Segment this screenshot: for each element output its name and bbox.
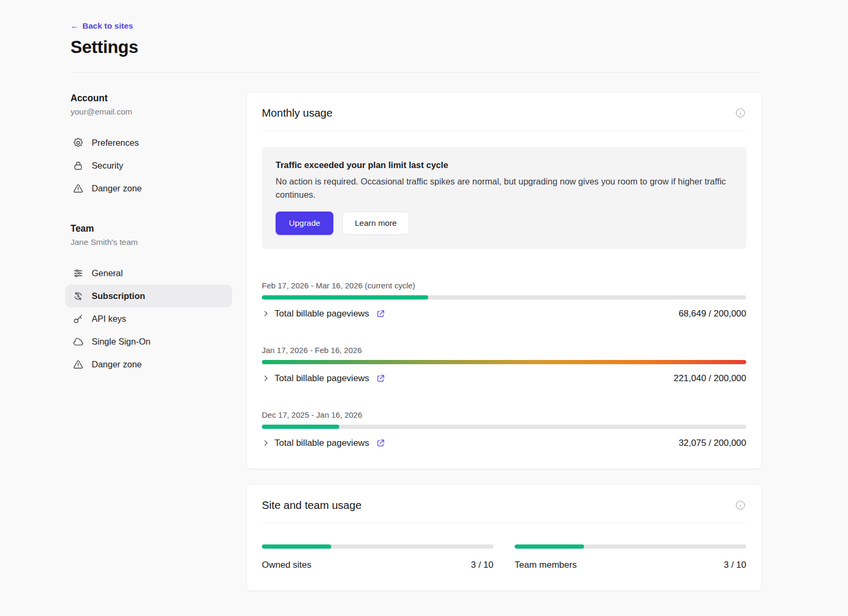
nav-item-label: API keys — [92, 314, 126, 324]
cycle-expand-toggle[interactable]: Total billable pageviews — [262, 373, 385, 384]
cycle-row: Total billable pageviews 68,649 / 200,00… — [262, 309, 746, 319]
nav-item-label: Single Sign-On — [92, 337, 151, 347]
upgrade-button[interactable]: Upgrade — [276, 212, 333, 235]
nav-item-icon — [73, 183, 84, 194]
billing-cycle: Feb 17, 2026 - Mar 16, 2026 (current cyc… — [262, 281, 746, 319]
cycle-period: Jan 17, 2026 - Feb 16, 2026 — [262, 346, 746, 355]
cycle-label: Total billable pageviews — [275, 438, 369, 448]
team-name: Jane Smith's team — [70, 237, 246, 247]
account-section: Account your@email.com Preferences Secur… — [70, 93, 246, 200]
cycle-row: Total billable pageviews 32,075 / 200,00… — [262, 438, 746, 448]
usage-meter: Team members 3 / 10 — [515, 539, 746, 570]
meter-label: Team members — [515, 560, 577, 570]
monthly-usage-card: Monthly usage Traffic exceeded your plan… — [246, 92, 762, 469]
back-to-sites-link[interactable]: ← Back to sites — [70, 21, 133, 31]
nav-item-label: Security — [92, 161, 123, 171]
meter-fill — [262, 544, 331, 549]
account-email: your@email.com — [70, 107, 246, 117]
info-icon[interactable] — [735, 107, 746, 119]
settings-page: ← Back to sites Settings Account your@em… — [0, 0, 848, 616]
traffic-exceeded-alert: Traffic exceeded your plan limit last cy… — [262, 147, 746, 249]
team-section: Team Jane Smith's team General $ Subscri… — [70, 223, 246, 376]
site-team-usage-header: Site and team usage — [247, 485, 761, 523]
meter-track — [515, 544, 746, 549]
usage-progress-track — [262, 295, 746, 300]
team-heading: Team — [70, 223, 246, 234]
cycle-expand-toggle[interactable]: Total billable pageviews — [262, 438, 385, 448]
nav-item-icon — [73, 160, 84, 171]
external-link-icon[interactable] — [376, 309, 385, 319]
header-divider — [70, 72, 762, 73]
account-heading: Account — [70, 93, 246, 104]
cycle-label: Total billable pageviews — [275, 309, 369, 319]
meter-row: Team members 3 / 10 — [515, 560, 746, 570]
external-link-icon[interactable] — [376, 438, 385, 448]
usage-progress-track — [262, 425, 746, 429]
arrow-left-icon: ← — [70, 21, 79, 31]
site-team-usage-title: Site and team usage — [262, 499, 361, 512]
cycle-row: Total billable pageviews 221,040 / 200,0… — [262, 373, 746, 384]
team-nav: General $ Subscription API keys Single S… — [70, 262, 246, 376]
settings-sidebar: Account your@email.com Preferences Secur… — [70, 92, 246, 591]
nav-item-label: General — [92, 268, 123, 278]
cycle-period: Dec 17, 2025 - Jan 16, 2026 — [262, 410, 746, 419]
cycle-expand-toggle[interactable]: Total billable pageviews — [262, 309, 385, 319]
sidebar-nav-item[interactable]: Danger zone — [65, 177, 232, 200]
sidebar-nav-item[interactable]: Danger zone — [65, 353, 232, 376]
sidebar-nav-item[interactable]: Preferences — [65, 131, 232, 154]
nav-item-label: Danger zone — [92, 183, 142, 193]
main-column: Monthly usage Traffic exceeded your plan… — [246, 92, 762, 591]
content-row: Account your@email.com Preferences Secur… — [70, 92, 762, 591]
usage-meter: Owned sites 3 / 10 — [262, 539, 493, 570]
nav-item-icon — [73, 268, 84, 279]
svg-text:$: $ — [77, 293, 80, 298]
site-team-usage-card: Site and team usage Owned sites 3 / 10 T… — [246, 484, 762, 591]
nav-item-icon — [73, 336, 84, 347]
external-link-icon[interactable] — [376, 374, 385, 383]
chevron-right-icon — [262, 439, 270, 447]
cycle-period: Feb 17, 2026 - Mar 16, 2026 (current cyc… — [262, 281, 746, 290]
billing-cycle: Jan 17, 2026 - Feb 16, 2026 Total billab… — [262, 346, 746, 384]
meter-track — [262, 544, 493, 549]
usage-progress-fill — [262, 295, 428, 300]
usage-progress-track — [262, 360, 746, 364]
nav-item-icon — [73, 137, 84, 148]
sidebar-nav-item[interactable]: API keys — [65, 307, 232, 330]
meter-value: 3 / 10 — [471, 560, 493, 570]
usage-meters: Owned sites 3 / 10 Team members 3 / 10 — [262, 539, 746, 570]
cycle-usage-value: 68,649 / 200,000 — [678, 309, 746, 319]
page-title: Settings — [70, 37, 762, 57]
sidebar-nav-item[interactable]: Single Sign-On — [65, 330, 232, 353]
sidebar-nav-item[interactable]: General — [65, 262, 232, 285]
sidebar-nav-item[interactable]: $ Subscription — [65, 285, 232, 307]
info-icon[interactable] — [735, 499, 746, 511]
cycle-usage-value: 32,075 / 200,000 — [678, 438, 746, 448]
nav-item-icon — [73, 313, 84, 324]
nav-item-icon — [73, 359, 84, 370]
nav-item-label: Danger zone — [92, 359, 142, 369]
cycle-label: Total billable pageviews — [275, 373, 369, 384]
alert-body: No action is required. Occasional traffi… — [276, 175, 732, 201]
back-link-label: Back to sites — [83, 21, 134, 31]
nav-item-label: Subscription — [92, 291, 145, 301]
billing-cycle: Dec 17, 2025 - Jan 16, 2026 Total billab… — [262, 410, 746, 448]
usage-progress-fill — [262, 360, 746, 364]
sidebar-nav-item[interactable]: Security — [65, 154, 232, 177]
nav-item-label: Preferences — [92, 138, 139, 148]
chevron-right-icon — [262, 374, 270, 382]
billing-cycles: Feb 17, 2026 - Mar 16, 2026 (current cyc… — [262, 281, 746, 448]
account-nav: Preferences Security Danger zone — [70, 131, 246, 200]
alert-title: Traffic exceeded your plan limit last cy… — [276, 160, 732, 170]
site-team-usage-body: Owned sites 3 / 10 Team members 3 / 10 — [262, 523, 746, 591]
nav-item-icon: $ — [73, 291, 84, 302]
alert-actions: Upgrade Learn more — [276, 212, 732, 235]
cycle-usage-value: 221,040 / 200,000 — [674, 373, 746, 384]
chevron-right-icon — [262, 310, 270, 318]
monthly-usage-body: Traffic exceeded your plan limit last cy… — [262, 130, 746, 469]
usage-progress-fill — [262, 425, 339, 429]
monthly-usage-title: Monthly usage — [262, 107, 332, 119]
meter-value: 3 / 10 — [723, 560, 746, 570]
monthly-usage-header: Monthly usage — [247, 92, 761, 130]
learn-more-button[interactable]: Learn more — [342, 212, 409, 235]
meter-row: Owned sites 3 / 10 — [262, 560, 493, 570]
